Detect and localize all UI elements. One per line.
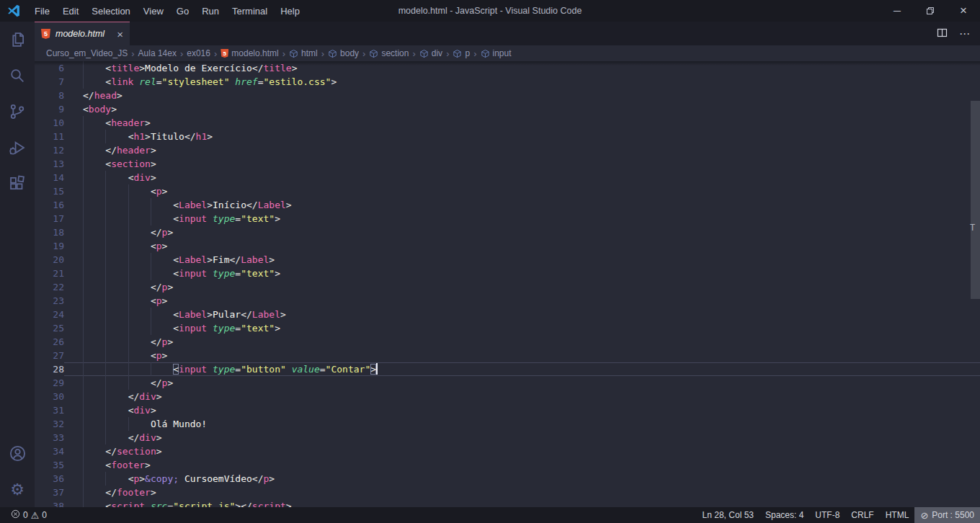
line-number: 6 bbox=[35, 61, 64, 75]
status-indentation[interactable]: Spaces: 4 bbox=[760, 507, 809, 523]
menu-item-selection[interactable]: Selection bbox=[85, 0, 136, 22]
menu-item-edit[interactable]: Edit bbox=[56, 0, 85, 22]
chevron-right-icon: › bbox=[131, 48, 134, 59]
status-port[interactable]: ⊘Port : 5500 bbox=[914, 507, 980, 523]
menu-item-run[interactable]: Run bbox=[195, 0, 226, 22]
breadcrumb-symbol-p[interactable]: p bbox=[453, 48, 470, 58]
tab-bar: 5 modelo.html × ⋯ bbox=[35, 22, 980, 45]
line-number: 32 bbox=[35, 417, 64, 431]
breadcrumb-symbol-html[interactable]: html bbox=[289, 48, 318, 58]
activity-bar: ⚙ bbox=[0, 22, 35, 507]
status-language[interactable]: HTML bbox=[880, 507, 915, 523]
status-bar-right: Ln 28, Col 53Spaces: 4UTF-8CRLFHTML⊘Port… bbox=[697, 507, 980, 523]
code-line: 24 <Label>Pular</Label> bbox=[35, 308, 980, 321]
code-line: 38 <script src="script.js"></script> bbox=[35, 499, 980, 507]
line-number: 8 bbox=[35, 89, 64, 102]
code-line: 36 <p>&copy; CursoemVídeo</p> bbox=[35, 472, 980, 486]
close-window-button[interactable]: × bbox=[947, 0, 980, 22]
line-number: 17 bbox=[35, 212, 64, 225]
code-line: 17 <input type="text"> bbox=[35, 212, 980, 225]
menu-bar: FileEditSelectionViewGoRunTerminalHelp bbox=[28, 0, 306, 22]
restore-icon bbox=[926, 6, 935, 15]
code-line: 13 <section> bbox=[35, 157, 980, 171]
code-line: 27 <p> bbox=[35, 349, 980, 362]
chevron-right-icon: › bbox=[282, 48, 285, 59]
menu-item-go[interactable]: Go bbox=[170, 0, 195, 22]
status-encoding[interactable]: UTF-8 bbox=[809, 507, 845, 523]
account-icon[interactable] bbox=[0, 435, 35, 471]
line-number: 13 bbox=[35, 157, 64, 171]
menu-item-terminal[interactable]: Terminal bbox=[226, 0, 274, 22]
overview-cursor-marker: T bbox=[970, 223, 975, 233]
breadcrumb-symbol-input[interactable]: input bbox=[481, 48, 512, 58]
chevron-right-icon: › bbox=[473, 48, 476, 59]
line-number: 35 bbox=[35, 458, 64, 472]
circle-slash-icon: ⊘ bbox=[920, 510, 928, 521]
code-line: 19 <p> bbox=[35, 239, 980, 253]
code-line: 21 <input type="text"> bbox=[35, 267, 980, 280]
text-cursor bbox=[376, 363, 378, 375]
run-debug-icon[interactable] bbox=[0, 130, 35, 166]
problems-indicator[interactable]: 0 ⚠ 0 bbox=[7, 507, 50, 523]
line-number: 31 bbox=[35, 403, 64, 417]
code-line: 37 </footer> bbox=[35, 486, 980, 499]
code-line: 23 <p> bbox=[35, 294, 980, 308]
line-number: 23 bbox=[35, 294, 64, 308]
tab-modelo-html[interactable]: 5 modelo.html × bbox=[35, 22, 130, 45]
breadcrumb-folder[interactable]: Aula 14ex bbox=[138, 48, 177, 58]
code-line: 31 <div> bbox=[35, 403, 980, 417]
code-line: 28 <input type="button" value="Contar"> bbox=[35, 362, 980, 376]
breadcrumb-symbol-section[interactable]: section bbox=[369, 48, 409, 58]
breadcrumb-symbol-div[interactable]: div bbox=[419, 48, 442, 58]
html5-file-icon: 5 bbox=[220, 49, 228, 58]
line-number: 29 bbox=[35, 376, 64, 390]
line-number: 24 bbox=[35, 308, 64, 321]
minimize-button[interactable]: ─ bbox=[881, 0, 914, 22]
line-number: 7 bbox=[35, 75, 64, 89]
menu-item-help[interactable]: Help bbox=[274, 0, 306, 22]
breadcrumb-folder[interactable]: Curso_em_Video_JS bbox=[46, 48, 128, 58]
split-editor-icon[interactable] bbox=[937, 27, 948, 40]
chevron-right-icon: › bbox=[214, 48, 217, 59]
explorer-icon[interactable] bbox=[0, 22, 35, 58]
restore-button[interactable] bbox=[914, 0, 947, 22]
breadcrumb-symbol-body[interactable]: body bbox=[328, 48, 359, 58]
chevron-right-icon: › bbox=[321, 48, 324, 59]
extensions-icon[interactable] bbox=[0, 166, 35, 202]
code-line: 33 </div> bbox=[35, 431, 980, 444]
line-number: 18 bbox=[35, 225, 64, 239]
code-line: 12 </header> bbox=[35, 143, 980, 157]
code-editor[interactable]: 6 <title>Modelo de Exercício</title>7 <l… bbox=[35, 61, 980, 507]
breadcrumb-folder[interactable]: ex016 bbox=[187, 48, 210, 58]
warning-count: 0 bbox=[42, 510, 47, 520]
line-number: 28 bbox=[35, 362, 64, 376]
line-number: 37 bbox=[35, 486, 64, 499]
code-line: 14 <div> bbox=[35, 171, 980, 184]
code-line: 20 <Label>Fim</Label> bbox=[35, 253, 980, 267]
error-icon bbox=[11, 509, 20, 521]
vscode-logo-icon bbox=[6, 4, 21, 18]
settings-gear-icon[interactable]: ⚙ bbox=[0, 471, 35, 507]
search-icon[interactable] bbox=[0, 58, 35, 94]
code-line: 7 <link rel="stylesheet" href="estilo.cs… bbox=[35, 75, 980, 89]
line-number: 22 bbox=[35, 280, 64, 294]
code-lines: 6 <title>Modelo de Exercício</title>7 <l… bbox=[35, 61, 980, 507]
error-count: 0 bbox=[23, 510, 28, 520]
tab-close-icon[interactable]: × bbox=[117, 29, 123, 40]
breadcrumb-file[interactable]: 5modelo.html bbox=[220, 48, 278, 58]
title-bar: FileEditSelectionViewGoRunTerminalHelp m… bbox=[0, 0, 980, 22]
menu-item-file[interactable]: File bbox=[28, 0, 56, 22]
line-number: 12 bbox=[35, 143, 64, 157]
status-line-col[interactable]: Ln 28, Col 53 bbox=[697, 507, 760, 523]
code-line: 29 </p> bbox=[35, 376, 980, 390]
more-actions-icon[interactable]: ⋯ bbox=[959, 27, 970, 40]
line-number: 25 bbox=[35, 321, 64, 335]
line-number: 20 bbox=[35, 253, 64, 267]
scrollbar-thumb[interactable] bbox=[971, 101, 980, 299]
status-eol[interactable]: CRLF bbox=[845, 507, 879, 523]
source-control-icon[interactable] bbox=[0, 94, 35, 130]
tab-label: modelo.html bbox=[55, 29, 112, 39]
editor-scrollbar[interactable]: T bbox=[970, 61, 980, 507]
chevron-right-icon: › bbox=[446, 48, 449, 59]
menu-item-view[interactable]: View bbox=[137, 0, 170, 22]
